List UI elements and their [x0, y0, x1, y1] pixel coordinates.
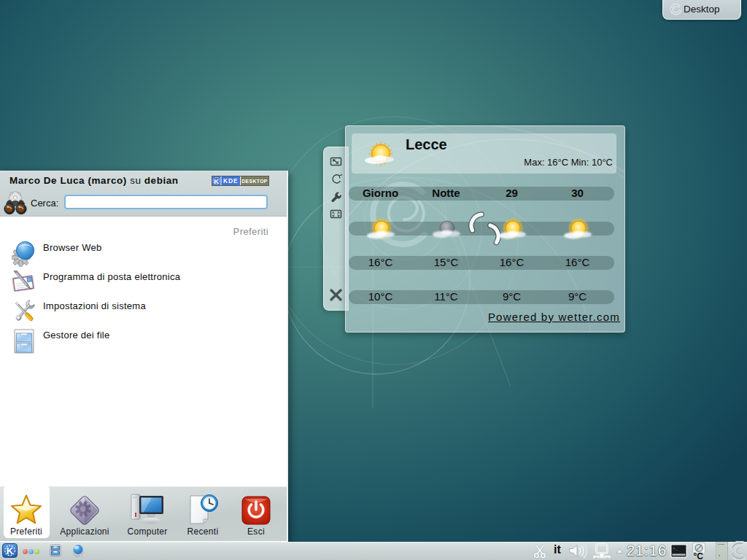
svg-text:K: K	[7, 545, 14, 556]
svg-text:K: K	[214, 177, 219, 185]
svg-text:KDE: KDE	[223, 177, 238, 184]
svg-text:°C: °C	[694, 551, 704, 560]
svg-text:DESKTOP: DESKTOP	[241, 179, 268, 184]
svg-text:>_: >_	[673, 546, 678, 551]
